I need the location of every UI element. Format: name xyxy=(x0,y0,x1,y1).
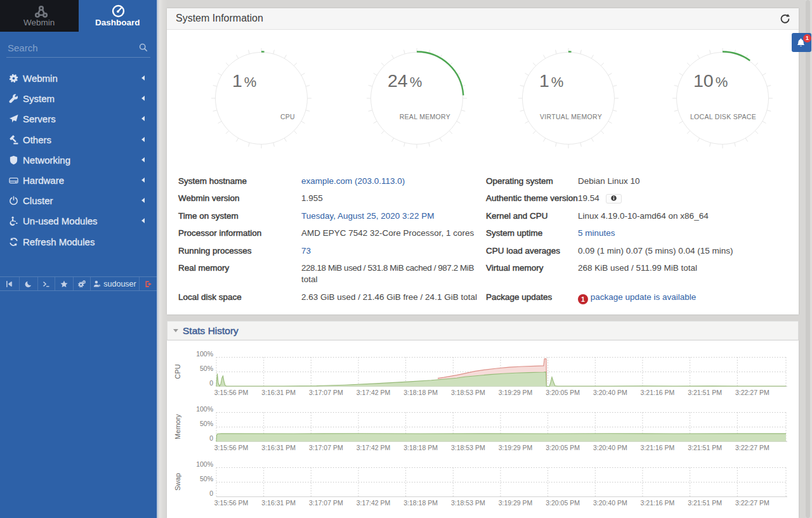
svg-text:3:22:27 PM: 3:22:27 PM xyxy=(735,389,769,396)
svg-text:3:18:53 PM: 3:18:53 PM xyxy=(451,499,485,507)
svg-text:100%: 100% xyxy=(196,405,213,413)
svg-text:3:20:40 PM: 3:20:40 PM xyxy=(593,499,627,507)
svg-text:3:21:51 PM: 3:21:51 PM xyxy=(688,389,722,396)
svg-text:50%: 50% xyxy=(200,420,213,427)
svg-text:3:20:05 PM: 3:20:05 PM xyxy=(546,499,580,507)
svg-text:3:17:42 PM: 3:17:42 PM xyxy=(357,389,391,396)
svg-text:50%: 50% xyxy=(200,365,213,372)
svg-text:Swap: Swap xyxy=(174,473,181,491)
svg-text:3:18:18 PM: 3:18:18 PM xyxy=(403,389,438,396)
svg-text:3:16:31 PM: 3:16:31 PM xyxy=(261,444,296,451)
svg-text:3:17:07 PM: 3:17:07 PM xyxy=(309,444,343,451)
svg-text:0: 0 xyxy=(209,379,213,387)
svg-text:3:16:31 PM: 3:16:31 PM xyxy=(261,389,296,396)
svg-text:0: 0 xyxy=(209,434,213,442)
svg-text:CPU: CPU xyxy=(174,364,181,379)
svg-text:100%: 100% xyxy=(196,350,213,358)
svg-text:3:16:31 PM: 3:16:31 PM xyxy=(261,499,296,507)
svg-text:100%: 100% xyxy=(196,460,213,468)
svg-text:3:20:05 PM: 3:20:05 PM xyxy=(546,389,580,396)
svg-text:3:20:05 PM: 3:20:05 PM xyxy=(546,444,580,451)
svg-text:3:21:16 PM: 3:21:16 PM xyxy=(641,389,675,396)
svg-text:3:20:40 PM: 3:20:40 PM xyxy=(593,444,627,451)
svg-text:3:18:53 PM: 3:18:53 PM xyxy=(451,389,485,396)
svg-text:3:18:18 PM: 3:18:18 PM xyxy=(403,499,438,507)
svg-text:3:21:51 PM: 3:21:51 PM xyxy=(688,444,722,451)
svg-text:3:17:07 PM: 3:17:07 PM xyxy=(309,499,343,507)
svg-text:3:18:53 PM: 3:18:53 PM xyxy=(451,444,485,451)
svg-text:3:22:27 PM: 3:22:27 PM xyxy=(735,499,769,507)
svg-text:0: 0 xyxy=(209,489,213,497)
svg-text:3:21:16 PM: 3:21:16 PM xyxy=(641,444,675,451)
svg-text:Memory: Memory xyxy=(174,414,181,439)
svg-text:3:22:27 PM: 3:22:27 PM xyxy=(735,444,769,451)
svg-text:3:19:29 PM: 3:19:29 PM xyxy=(499,444,533,451)
svg-text:3:15:56 PM: 3:15:56 PM xyxy=(214,499,249,507)
svg-text:3:17:42 PM: 3:17:42 PM xyxy=(357,499,391,507)
svg-text:3:15:56 PM: 3:15:56 PM xyxy=(214,444,249,451)
svg-text:3:15:56 PM: 3:15:56 PM xyxy=(214,389,249,396)
svg-text:3:18:18 PM: 3:18:18 PM xyxy=(403,444,438,451)
svg-text:3:20:40 PM: 3:20:40 PM xyxy=(593,389,627,396)
svg-text:50%: 50% xyxy=(200,475,213,482)
svg-text:3:17:07 PM: 3:17:07 PM xyxy=(309,389,343,396)
svg-text:3:17:42 PM: 3:17:42 PM xyxy=(357,444,391,451)
svg-text:3:19:29 PM: 3:19:29 PM xyxy=(499,499,533,507)
svg-text:3:19:29 PM: 3:19:29 PM xyxy=(499,389,533,396)
svg-text:3:21:16 PM: 3:21:16 PM xyxy=(641,499,675,507)
svg-text:3:21:51 PM: 3:21:51 PM xyxy=(688,499,722,507)
